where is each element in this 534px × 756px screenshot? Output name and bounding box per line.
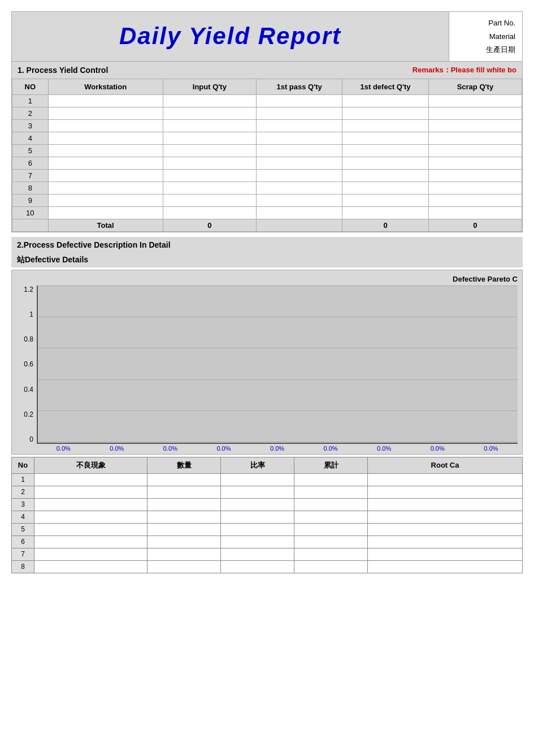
row-workstation[interactable] xyxy=(48,206,163,219)
def-row-ratio[interactable] xyxy=(221,560,294,573)
row-scrap[interactable] xyxy=(428,169,522,182)
def-row-root[interactable] xyxy=(368,486,523,498)
def-row-root[interactable] xyxy=(368,473,523,486)
def-row-cumulative[interactable] xyxy=(294,498,368,511)
row-first-defect[interactable] xyxy=(342,94,428,107)
chart-plot-area xyxy=(37,286,518,444)
def-row-ratio[interactable] xyxy=(221,523,294,535)
row-workstation[interactable] xyxy=(48,119,163,132)
row-first-defect[interactable] xyxy=(342,194,428,206)
row-scrap[interactable] xyxy=(428,94,522,107)
row-first-defect[interactable] xyxy=(342,132,428,144)
row-first-pass[interactable] xyxy=(256,107,342,119)
def-row-qty[interactable] xyxy=(147,486,221,498)
section1-header: 1. Process Yield Control Remarks：Please … xyxy=(12,62,522,79)
def-row-qty[interactable] xyxy=(147,473,221,486)
row-workstation[interactable] xyxy=(48,144,163,157)
def-row-cumulative[interactable] xyxy=(294,548,368,560)
def-row-root[interactable] xyxy=(368,535,523,548)
def-row-root[interactable] xyxy=(368,548,523,560)
row-first-pass[interactable] xyxy=(256,94,342,107)
row-scrap[interactable] xyxy=(428,157,522,169)
row-workstation[interactable] xyxy=(48,94,163,107)
row-first-pass[interactable] xyxy=(256,144,342,157)
def-row-cumulative[interactable] xyxy=(294,560,368,573)
def-row-ratio[interactable] xyxy=(221,535,294,548)
row-scrap[interactable] xyxy=(428,132,522,144)
def-row-phenomenon[interactable] xyxy=(34,511,147,523)
def-row-qty[interactable] xyxy=(147,511,221,523)
def-row-ratio[interactable] xyxy=(221,486,294,498)
defective-row: 2 xyxy=(12,486,523,498)
def-row-cumulative[interactable] xyxy=(294,486,368,498)
def-row-qty[interactable] xyxy=(147,560,221,573)
row-input-qty[interactable] xyxy=(163,94,256,107)
def-row-qty[interactable] xyxy=(147,548,221,560)
def-row-cumulative[interactable] xyxy=(294,523,368,535)
row-first-defect[interactable] xyxy=(342,119,428,132)
row-scrap[interactable] xyxy=(428,144,522,157)
row-scrap[interactable] xyxy=(428,182,522,194)
def-row-ratio[interactable] xyxy=(221,498,294,511)
row-scrap[interactable] xyxy=(428,206,522,219)
row-first-defect[interactable] xyxy=(342,157,428,169)
row-workstation[interactable] xyxy=(48,169,163,182)
row-first-defect[interactable] xyxy=(342,107,428,119)
grid-line xyxy=(38,286,518,286)
def-row-ratio[interactable] xyxy=(221,511,294,523)
row-input-qty[interactable] xyxy=(163,194,256,206)
row-workstation[interactable] xyxy=(48,194,163,206)
def-row-ratio[interactable] xyxy=(221,548,294,560)
def-row-phenomenon[interactable] xyxy=(34,535,147,548)
y-axis-label: 1.2 xyxy=(24,286,33,293)
def-row-phenomenon[interactable] xyxy=(34,548,147,560)
def-col-phenomenon: 不良現象 xyxy=(34,457,147,473)
def-row-cumulative[interactable] xyxy=(294,473,368,486)
row-input-qty[interactable] xyxy=(163,132,256,144)
def-row-root[interactable] xyxy=(368,523,523,535)
row-scrap[interactable] xyxy=(428,107,522,119)
row-workstation[interactable] xyxy=(48,182,163,194)
row-first-defect[interactable] xyxy=(342,182,428,194)
def-row-root[interactable] xyxy=(368,498,523,511)
row-first-pass[interactable] xyxy=(256,182,342,194)
row-input-qty[interactable] xyxy=(163,182,256,194)
row-first-pass[interactable] xyxy=(256,194,342,206)
def-row-phenomenon[interactable] xyxy=(34,498,147,511)
row-first-pass[interactable] xyxy=(256,169,342,182)
row-workstation[interactable] xyxy=(48,157,163,169)
row-input-qty[interactable] xyxy=(163,119,256,132)
def-row-root[interactable] xyxy=(368,511,523,523)
row-first-pass[interactable] xyxy=(256,119,342,132)
def-row-root[interactable] xyxy=(368,560,523,573)
row-input-qty[interactable] xyxy=(163,169,256,182)
row-scrap[interactable] xyxy=(428,194,522,206)
row-input-qty[interactable] xyxy=(163,107,256,119)
def-row-phenomenon[interactable] xyxy=(34,486,147,498)
def-row-phenomenon[interactable] xyxy=(34,560,147,573)
def-row-qty[interactable] xyxy=(147,523,221,535)
row-scrap[interactable] xyxy=(428,119,522,132)
row-first-defect[interactable] xyxy=(342,144,428,157)
def-row-cumulative[interactable] xyxy=(294,511,368,523)
def-row-qty[interactable] xyxy=(147,498,221,511)
col-no: NO xyxy=(12,79,49,94)
row-input-qty[interactable] xyxy=(163,144,256,157)
def-row-cumulative[interactable] xyxy=(294,535,368,548)
def-row-phenomenon[interactable] xyxy=(34,523,147,535)
def-row-phenomenon[interactable] xyxy=(34,473,147,486)
row-first-pass[interactable] xyxy=(256,132,342,144)
row-first-defect[interactable] xyxy=(342,169,428,182)
def-row-ratio[interactable] xyxy=(221,473,294,486)
row-first-pass[interactable] xyxy=(256,157,342,169)
row-no: 9 xyxy=(12,194,49,206)
row-input-qty[interactable] xyxy=(163,157,256,169)
table-row: 8 xyxy=(12,182,522,194)
row-first-defect[interactable] xyxy=(342,206,428,219)
row-input-qty[interactable] xyxy=(163,206,256,219)
row-workstation[interactable] xyxy=(48,132,163,144)
row-workstation[interactable] xyxy=(48,107,163,119)
total-first-defect: 0 xyxy=(342,219,428,231)
def-row-qty[interactable] xyxy=(147,535,221,548)
row-first-pass[interactable] xyxy=(256,206,342,219)
